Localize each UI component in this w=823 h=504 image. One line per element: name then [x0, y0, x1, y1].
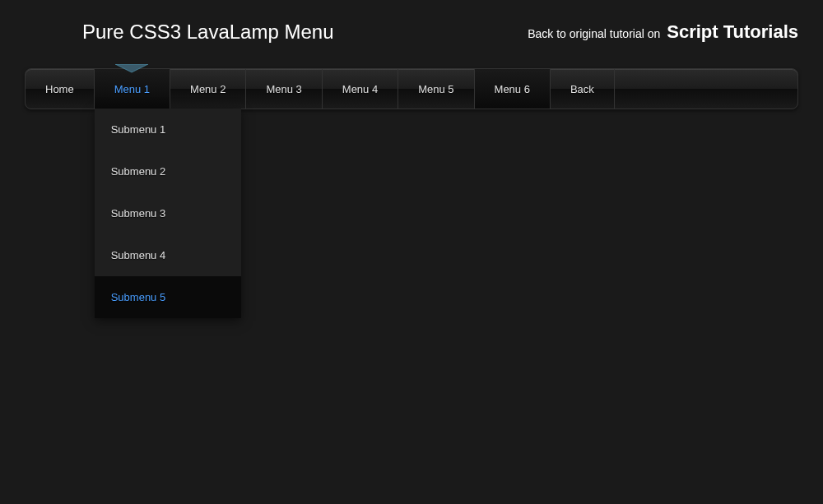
submenu-item-5[interactable]: Submenu 5	[95, 276, 241, 318]
submenu-item-label: Submenu 4	[111, 249, 166, 261]
nav-item-label: Menu 6	[495, 83, 530, 95]
main-nav: Home Menu 1 Submenu 1 Submenu 2 Submenu …	[25, 68, 798, 109]
page-header: Pure CSS3 LavaLamp Menu Back to original…	[0, 0, 823, 68]
nav-item-label: Menu 2	[190, 83, 226, 95]
submenu-item-label: Submenu 1	[111, 123, 166, 136]
submenu-item-label: Submenu 2	[111, 165, 166, 178]
submenu-item-label: Submenu 5	[111, 291, 166, 303]
back-link-prefix: Back to original tutorial on	[528, 27, 660, 40]
back-link[interactable]: Back to original tutorial on Script Tuto…	[528, 21, 798, 43]
submenu-item-4[interactable]: Submenu 4	[95, 234, 241, 276]
nav-item-menu6[interactable]: Menu 6	[475, 69, 551, 109]
nav-item-label: Home	[45, 83, 74, 95]
nav-item-back[interactable]: Back	[551, 69, 615, 109]
submenu-item-2[interactable]: Submenu 2	[95, 150, 241, 192]
nav-item-menu4[interactable]: Menu 4	[323, 69, 398, 109]
submenu-item-1[interactable]: Submenu 1	[95, 109, 241, 150]
nav-item-menu3[interactable]: Menu 3	[246, 69, 322, 109]
page-title: Pure CSS3 LavaLamp Menu	[82, 21, 334, 44]
submenu-dropdown: Submenu 1 Submenu 2 Submenu 3 Submenu 4 …	[95, 109, 241, 318]
nav-item-label: Menu 3	[266, 83, 301, 95]
back-link-brand: Script Tutorials	[667, 21, 798, 43]
submenu-item-3[interactable]: Submenu 3	[95, 192, 241, 234]
submenu-item-label: Submenu 3	[111, 207, 166, 220]
nav-item-home[interactable]: Home	[26, 69, 95, 109]
nav-item-label: Menu 4	[342, 83, 378, 95]
nav-item-menu1[interactable]: Menu 1 Submenu 1 Submenu 2 Submenu 3 Sub…	[95, 69, 170, 109]
nav-item-label: Back	[570, 83, 594, 95]
nav-item-label: Menu 1	[114, 83, 150, 95]
nav-item-label: Menu 5	[418, 83, 453, 95]
nav-item-menu2[interactable]: Menu 2	[170, 69, 246, 109]
nav-item-menu5[interactable]: Menu 5	[398, 69, 474, 109]
